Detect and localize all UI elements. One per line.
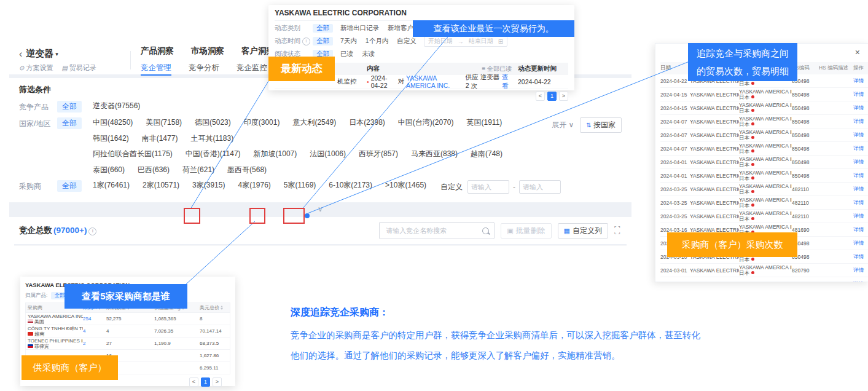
detail-link[interactable]: 详情 <box>853 213 868 220</box>
buyers-column-header[interactable]: 美元总价 <box>200 304 230 311</box>
filter-option-buyer[interactable]: 1家(76461) <box>93 180 130 191</box>
column-header[interactable]: 竞企名称 <box>39 245 119 247</box>
filter-all-chip[interactable]: 全部 <box>57 101 82 113</box>
view-link[interactable]: 查看 <box>502 73 512 90</box>
filter-option-country[interactable]: 英国(1911) <box>467 117 502 128</box>
filter-option-country[interactable]: 中国(香港)(1147) <box>186 149 241 159</box>
filter-option-country[interactable]: 韩国(1642) <box>93 133 129 144</box>
filter-option-country[interactable]: 新加坡(1007) <box>254 149 297 159</box>
column-header[interactable]: 数量趋势i <box>393 245 440 247</box>
buyers-pager-next-button[interactable]: > <box>213 377 222 387</box>
sort-icon[interactable] <box>221 306 223 310</box>
detail-link[interactable]: 详情 <box>853 105 868 112</box>
buyers-pager-prev-button[interactable]: < <box>189 377 198 387</box>
filter-option-country[interactable]: 中国(48250) <box>93 117 133 128</box>
filter-option-buyer[interactable]: 5家(1169) <box>284 180 316 191</box>
detail-link[interactable]: 详情 <box>853 132 868 139</box>
detail-link[interactable]: 详情 <box>853 240 868 247</box>
filter-option-country[interactable]: 中国(台湾)(2070) <box>398 117 454 128</box>
detail-link[interactable]: 详情 <box>853 172 868 180</box>
popup-all-chip[interactable]: 全部 <box>313 24 333 33</box>
header-action-方案设置[interactable]: ⊙方案设置 <box>19 63 53 73</box>
popup-filter-option[interactable]: 已读 <box>340 50 353 58</box>
buyers-pager-page-1[interactable]: 1 <box>201 377 210 387</box>
filter-option-country[interactable]: 德国(5023) <box>195 117 231 128</box>
popup-filter-option[interactable]: 1个月内 <box>366 37 388 45</box>
filter-option-country[interactable]: 美国(7158) <box>146 117 182 128</box>
detail-link[interactable]: 详情 <box>853 159 868 166</box>
expand-link[interactable]: 展开 ∨ <box>552 120 574 130</box>
filter-option-country[interactable]: 马来西亚(838) <box>411 149 458 159</box>
popup-filter-option[interactable]: 自定义 <box>397 37 416 45</box>
detail-link[interactable]: 详情 <box>853 186 868 193</box>
filter-option-country[interactable]: 意大利(2549) <box>292 117 336 128</box>
popup-pager-prev-button[interactable]: < <box>536 92 545 101</box>
purchase-times-cell[interactable]: 4 <box>83 328 106 334</box>
filter-option-country[interactable]: 荷兰(621) <box>182 165 214 175</box>
filter-option-country[interactable]: 巴西(636) <box>138 165 170 175</box>
column-header[interactable]: 供应数量 <box>361 245 393 247</box>
column-header[interactable]: 美元总价 <box>535 245 578 247</box>
filter-option-country[interactable]: 日本(2398) <box>349 117 385 128</box>
popup-filter-option[interactable]: 7天内 <box>340 37 357 45</box>
popup-pager-page-1[interactable]: 1 <box>547 92 557 101</box>
custom-columns-button[interactable]: ▦自定义列 <box>558 223 608 239</box>
filter-option-country[interactable]: 阿拉伯联合酋长国(1175) <box>93 149 173 159</box>
filter-option-buyer[interactable]: 2家(10571) <box>143 180 179 191</box>
column-header[interactable]: 竞争... <box>221 245 250 247</box>
filter-option[interactable]: 逆变器(97556) <box>93 101 140 111</box>
detail-link[interactable]: 详情 <box>853 199 868 207</box>
subtab-竞企监控[interactable]: 竞企监控 <box>237 63 267 76</box>
filter-option-buyer[interactable]: 3家(3915) <box>192 180 225 191</box>
column-header[interactable]: 供应次数i <box>283 245 318 247</box>
detail-link[interactable]: 详情 <box>853 280 868 283</box>
search-icon[interactable] <box>482 227 489 234</box>
filter-option-buyer[interactable]: 6-10家(2173) <box>329 180 372 191</box>
detail-link[interactable]: 详情 <box>853 91 868 98</box>
column-header[interactable]: 次数趋势i <box>318 245 361 247</box>
filter-option-country[interactable]: 西班牙(857) <box>359 149 398 159</box>
range-min-input[interactable] <box>467 180 509 194</box>
subtab-竞企管理[interactable]: 竞企管理 <box>141 63 171 76</box>
header-action-贸易记录[interactable]: ▤贸易记录 <box>61 63 96 73</box>
filter-option-country[interactable]: 南非(1477) <box>142 133 178 144</box>
filter-option-country[interactable]: 印度(3001) <box>244 117 280 128</box>
popup-pager-next-button[interactable]: > <box>559 92 568 101</box>
close-icon[interactable]: × <box>855 47 860 57</box>
mark-all-read-button[interactable]: ≡ 全部已读 <box>482 65 512 73</box>
chevron-down-icon[interactable]: ▾ <box>55 51 58 57</box>
detail-link[interactable]: 详情 <box>853 267 868 274</box>
date-range-input[interactable]: 开始日期→结束日期⊞ <box>424 36 507 47</box>
purchase-times-cell[interactable]: 254 <box>83 316 106 322</box>
tab-市场洞察[interactable]: 市场洞察 <box>191 46 224 60</box>
detail-link[interactable]: 详情 <box>853 145 868 152</box>
filter-option-country[interactable]: 泰国(660) <box>93 165 125 175</box>
filter-option-country[interactable]: 土耳其(1183) <box>190 133 233 144</box>
by-country-button[interactable]: ⇅ 按国家 <box>580 117 622 133</box>
filter-all-chip[interactable]: 全部 <box>57 117 82 129</box>
filter-option-country[interactable]: 法国(1006) <box>310 149 346 159</box>
popup-filter-option[interactable]: 新增出口记录 <box>340 24 379 33</box>
popup-all-chip[interactable]: 全部 <box>313 37 333 45</box>
popup-filter-option[interactable]: 新增客户 <box>388 24 413 33</box>
fullscreen-icon[interactable]: ⌜⌝⌞⌟ <box>614 227 622 234</box>
detail-link[interactable]: 详情 <box>853 226 868 234</box>
back-icon[interactable]: ‹ <box>19 49 22 60</box>
range-max-input[interactable] <box>519 180 561 194</box>
subtab-竞争分析[interactable]: 竞争分析 <box>189 63 219 76</box>
filter-option-country[interactable]: 墨西哥(568) <box>227 165 267 175</box>
filter-option-buyer[interactable]: >10家(1465) <box>385 180 426 191</box>
detail-link[interactable]: 详情 <box>853 118 868 125</box>
column-header[interactable]: 采购商i <box>250 245 283 247</box>
purchase-times-cell[interactable]: 2 <box>83 341 106 346</box>
popup-filter-option[interactable]: 未读 <box>362 50 375 58</box>
column-header[interactable]: 供应重量/KG <box>440 245 481 247</box>
detail-link[interactable]: 详情 <box>853 77 868 85</box>
batch-delete-button[interactable]: ▣批量删除 <box>501 223 551 239</box>
filter-option-buyer[interactable]: 4家(1976) <box>238 180 270 191</box>
filter-option-country[interactable]: 越南(748) <box>471 149 502 159</box>
company-link[interactable]: YASKAWA AMERICA INC. <box>406 74 464 89</box>
collapse-filters-chevron[interactable]: ∨ <box>9 202 631 217</box>
search-input[interactable] <box>385 226 482 235</box>
tab-产品洞察[interactable]: 产品洞察 <box>141 46 174 60</box>
